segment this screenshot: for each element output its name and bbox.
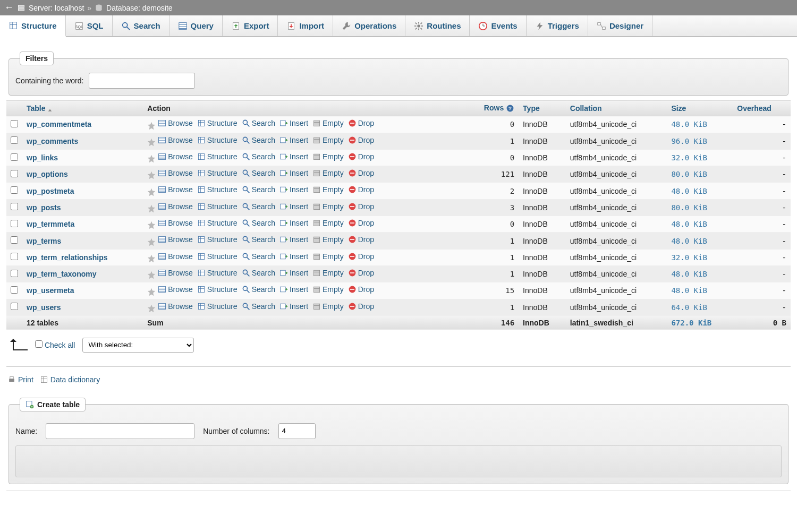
- tab-sql[interactable]: SQLSQL: [66, 15, 113, 36]
- insert-action[interactable]: Insert: [279, 219, 308, 227]
- tab-events[interactable]: Events: [470, 15, 526, 36]
- drop-action[interactable]: Drop: [348, 285, 374, 294]
- table-name-link[interactable]: wp_links: [27, 153, 58, 162]
- browse-action[interactable]: Browse: [158, 269, 193, 277]
- containing-input[interactable]: [89, 73, 195, 89]
- insert-action[interactable]: Insert: [279, 169, 308, 177]
- insert-action[interactable]: Insert: [279, 252, 308, 261]
- insert-action[interactable]: Insert: [279, 235, 308, 244]
- table-name-link[interactable]: wp_options: [27, 170, 68, 178]
- structure-action[interactable]: Structure: [197, 269, 238, 277]
- favorite-icon[interactable]: [147, 221, 156, 229]
- search-action[interactable]: Search: [242, 119, 275, 127]
- row-size[interactable]: 48.0 KiB: [667, 282, 733, 299]
- structure-action[interactable]: Structure: [197, 202, 238, 211]
- row-checkbox[interactable]: [11, 186, 18, 194]
- browse-action[interactable]: Browse: [158, 285, 193, 294]
- structure-action[interactable]: Structure: [197, 169, 238, 177]
- search-action[interactable]: Search: [242, 152, 275, 161]
- search-action[interactable]: Search: [242, 136, 275, 144]
- favorite-icon[interactable]: [147, 138, 156, 147]
- tab-import[interactable]: Import: [278, 15, 333, 36]
- structure-action[interactable]: Structure: [197, 152, 238, 161]
- structure-action[interactable]: Structure: [197, 252, 238, 261]
- table-name-link[interactable]: wp_term_relationships: [27, 253, 108, 262]
- table-name-link[interactable]: wp_terms: [27, 237, 61, 245]
- with-selected-dropdown[interactable]: With selected:: [82, 338, 194, 353]
- drop-action[interactable]: Drop: [348, 119, 374, 127]
- row-checkbox[interactable]: [11, 220, 18, 227]
- tab-triggers[interactable]: Triggers: [527, 15, 588, 36]
- insert-action[interactable]: Insert: [279, 152, 308, 161]
- col-collation[interactable]: Collation: [566, 100, 667, 116]
- search-action[interactable]: Search: [242, 235, 275, 244]
- table-name-link[interactable]: wp_usermeta: [27, 286, 74, 295]
- insert-action[interactable]: Insert: [279, 119, 308, 127]
- tab-designer[interactable]: Designer: [588, 15, 652, 36]
- structure-action[interactable]: Structure: [197, 302, 238, 311]
- tab-operations[interactable]: Operations: [333, 15, 405, 36]
- search-action[interactable]: Search: [242, 269, 275, 277]
- insert-action[interactable]: Insert: [279, 302, 308, 311]
- row-checkbox[interactable]: [11, 286, 18, 294]
- table-name-link[interactable]: wp_comments: [27, 137, 78, 145]
- favorite-icon[interactable]: [147, 204, 156, 213]
- empty-action[interactable]: Empty: [312, 302, 344, 311]
- data-dictionary-link[interactable]: Data dictionary: [40, 375, 100, 384]
- search-action[interactable]: Search: [242, 252, 275, 261]
- table-name-link[interactable]: wp_posts: [27, 203, 61, 212]
- drop-action[interactable]: Drop: [348, 235, 374, 244]
- empty-action[interactable]: Empty: [312, 152, 344, 161]
- table-name-link[interactable]: wp_postmeta: [27, 187, 74, 195]
- structure-action[interactable]: Structure: [197, 235, 238, 244]
- row-checkbox[interactable]: [11, 203, 18, 210]
- tab-structure[interactable]: Structure: [0, 15, 66, 37]
- row-checkbox[interactable]: [11, 253, 18, 260]
- favorite-icon[interactable]: [147, 155, 156, 163]
- browse-action[interactable]: Browse: [158, 219, 193, 227]
- drop-action[interactable]: Drop: [348, 152, 374, 161]
- empty-action[interactable]: Empty: [312, 235, 344, 244]
- tab-search[interactable]: Search: [113, 15, 169, 36]
- row-size[interactable]: 80.0 KiB: [667, 166, 733, 183]
- create-name-input[interactable]: [46, 423, 194, 439]
- browse-action[interactable]: Browse: [158, 152, 193, 161]
- browse-action[interactable]: Browse: [158, 302, 193, 311]
- row-size[interactable]: 80.0 KiB: [667, 199, 733, 216]
- empty-action[interactable]: Empty: [312, 169, 344, 177]
- insert-action[interactable]: Insert: [279, 136, 308, 144]
- browse-action[interactable]: Browse: [158, 202, 193, 211]
- favorite-icon[interactable]: [147, 304, 156, 313]
- row-size[interactable]: 32.0 KiB: [667, 249, 733, 265]
- search-action[interactable]: Search: [242, 285, 275, 294]
- row-checkbox[interactable]: [11, 136, 18, 144]
- browse-action[interactable]: Browse: [158, 185, 193, 194]
- row-size[interactable]: 32.0 KiB: [667, 149, 733, 166]
- drop-action[interactable]: Drop: [348, 252, 374, 261]
- table-name-link[interactable]: wp_commentmeta: [27, 120, 91, 128]
- row-checkbox[interactable]: [11, 270, 18, 277]
- insert-action[interactable]: Insert: [279, 202, 308, 211]
- row-checkbox[interactable]: [11, 303, 18, 310]
- browse-action[interactable]: Browse: [158, 169, 193, 177]
- browse-action[interactable]: Browse: [158, 252, 193, 261]
- drop-action[interactable]: Drop: [348, 136, 374, 144]
- empty-action[interactable]: Empty: [312, 185, 344, 194]
- table-name-link[interactable]: wp_term_taxonomy: [27, 270, 96, 278]
- favorite-icon[interactable]: [147, 271, 156, 279]
- search-action[interactable]: Search: [242, 169, 275, 177]
- drop-action[interactable]: Drop: [348, 219, 374, 227]
- favorite-icon[interactable]: [147, 288, 156, 296]
- tab-export[interactable]: Export: [223, 15, 278, 36]
- back-button[interactable]: ←: [4, 2, 14, 13]
- structure-action[interactable]: Structure: [197, 219, 238, 227]
- search-action[interactable]: Search: [242, 185, 275, 194]
- insert-action[interactable]: Insert: [279, 269, 308, 277]
- row-size[interactable]: 48.0 KiB: [667, 116, 733, 133]
- tab-query[interactable]: Query: [169, 15, 223, 36]
- create-cols-input[interactable]: [278, 423, 316, 439]
- browse-action[interactable]: Browse: [158, 119, 193, 127]
- drop-action[interactable]: Drop: [348, 185, 374, 194]
- empty-action[interactable]: Empty: [312, 285, 344, 294]
- empty-action[interactable]: Empty: [312, 269, 344, 277]
